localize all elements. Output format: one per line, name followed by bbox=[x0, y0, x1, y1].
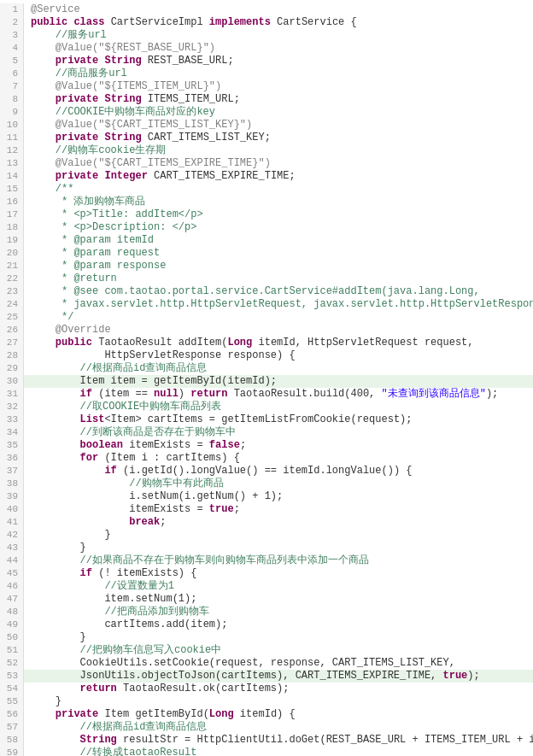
line-content: * @param itemId bbox=[24, 234, 154, 247]
line-number: 41 bbox=[0, 516, 24, 529]
table-row: 19 * @param itemId bbox=[0, 234, 533, 247]
line-content: private String REST_BASE_URL; bbox=[24, 55, 234, 67]
table-row: 20 * @param request bbox=[0, 247, 533, 260]
line-number: 38 bbox=[0, 478, 24, 490]
line-number: 10 bbox=[0, 119, 24, 132]
table-row: 50 } bbox=[0, 631, 533, 644]
line-number: 45 bbox=[0, 567, 24, 580]
line-content: @Value("${CART_ITEMS_EXPIRE_TIME}") bbox=[24, 157, 271, 170]
line-content: @Value("${CART_ITEMS_LIST_KEY}") bbox=[24, 119, 252, 132]
table-row: 3 //服务url bbox=[0, 29, 533, 42]
line-content: public class CartServiceImpl implements … bbox=[24, 16, 357, 29]
line-number: 44 bbox=[0, 554, 24, 567]
line-content: /** bbox=[24, 183, 73, 196]
line-content: for (Item i : cartItems) { bbox=[24, 452, 240, 465]
table-row: 42 } bbox=[0, 529, 533, 542]
table-row: 17 * <p>Title: addItem</p> bbox=[0, 208, 533, 221]
line-number: 59 bbox=[0, 747, 24, 756]
table-row: 14 private Integer CART_ITEMS_EXPIRE_TIM… bbox=[0, 170, 533, 183]
table-row: 53 JsonUtils.objectToJson(cartItems), CA… bbox=[0, 670, 533, 683]
line-content: //把商品添加到购物车 bbox=[24, 606, 209, 618]
line-number: 36 bbox=[0, 452, 24, 465]
line-number: 39 bbox=[0, 490, 24, 503]
line-content: //如果商品不存在于购物车则向购物车商品列表中添加一个商品 bbox=[24, 554, 369, 567]
table-row: 13 @Value("${CART_ITEMS_EXPIRE_TIME}") bbox=[0, 157, 533, 170]
line-content: if (! itemExists) { bbox=[24, 567, 196, 580]
line-number: 11 bbox=[0, 132, 24, 144]
line-number: 56 bbox=[0, 708, 24, 721]
table-row: 40 itemExists = true; bbox=[0, 503, 533, 516]
line-number: 32 bbox=[0, 401, 24, 413]
table-row: 10 @Value("${CART_ITEMS_LIST_KEY}") bbox=[0, 119, 533, 132]
table-row: 30 Item item = getItemById(itemId); bbox=[0, 375, 533, 388]
line-content: String resultStr = HttpClientUtil.doGet(… bbox=[24, 734, 533, 747]
line-content: cartItems.add(item); bbox=[24, 618, 227, 631]
line-number: 4 bbox=[0, 42, 24, 55]
line-content: } bbox=[24, 542, 86, 554]
table-row: 33 List<Item> cartItems = getItemListFro… bbox=[0, 413, 533, 426]
line-number: 42 bbox=[0, 529, 24, 542]
line-content: //商品服务url bbox=[24, 67, 127, 80]
line-number: 49 bbox=[0, 618, 24, 631]
line-content: if (i.getId().longValue() == itemId.long… bbox=[24, 465, 412, 478]
line-number: 47 bbox=[0, 593, 24, 606]
table-row: 43 } bbox=[0, 542, 533, 554]
table-row: 26 @Override bbox=[0, 324, 533, 337]
table-row: 23 * @see com.taotao.portal.service.Cart… bbox=[0, 285, 533, 298]
line-content: List<Item> cartItems = getItemListFromCo… bbox=[24, 413, 412, 426]
line-content: if (item == null) return TaotaoResult.bu… bbox=[24, 388, 498, 401]
table-row: 48 //把商品添加到购物车 bbox=[0, 606, 533, 618]
table-row: 56 private Item getItemById(Long itemId)… bbox=[0, 708, 533, 721]
line-number: 22 bbox=[0, 273, 24, 285]
table-row: 11 private String CART_ITEMS_LIST_KEY; bbox=[0, 132, 533, 144]
table-row: 31 if (item == null) return TaotaoResult… bbox=[0, 388, 533, 401]
line-content: Item item = getItemById(itemId); bbox=[24, 375, 277, 388]
line-content: break; bbox=[24, 516, 166, 529]
line-content: //转换成taotaoResult bbox=[24, 747, 196, 756]
line-content: */ bbox=[24, 311, 73, 324]
table-row: 46 //设置数量为1 bbox=[0, 580, 533, 593]
line-content: * @return bbox=[24, 273, 117, 285]
line-content: JsonUtils.objectToJson(cartItems), CART_… bbox=[24, 670, 480, 683]
table-row: 8 private String ITEMS_ITEM_URL; bbox=[0, 93, 533, 106]
line-number: 8 bbox=[0, 93, 24, 106]
line-content: private String ITEMS_ITEM_URL; bbox=[24, 93, 240, 106]
line-content: item.setNum(1); bbox=[24, 593, 196, 606]
table-row: 29 //根据商品id查询商品信息 bbox=[0, 362, 533, 375]
line-number: 16 bbox=[0, 196, 24, 208]
line-number: 33 bbox=[0, 413, 24, 426]
line-number: 51 bbox=[0, 644, 24, 657]
table-row: 47 item.setNum(1); bbox=[0, 593, 533, 606]
line-content: i.setNum(i.getNum() + 1); bbox=[24, 490, 283, 503]
table-row: 39 i.setNum(i.getNum() + 1); bbox=[0, 490, 533, 503]
line-number: 40 bbox=[0, 503, 24, 516]
table-row: 36 for (Item i : cartItems) { bbox=[0, 452, 533, 465]
line-content: @Value("${ITEMS_ITEM_URL}") bbox=[24, 80, 221, 93]
table-row: 18 * <p>Description: </p> bbox=[0, 221, 533, 234]
table-row: 59 //转换成taotaoResult bbox=[0, 747, 533, 756]
line-content: } bbox=[24, 529, 111, 542]
line-content: * javax.servlet.http.HttpServletRequest,… bbox=[24, 298, 533, 311]
table-row: 54 return TaotaoResult.ok(cartItems); bbox=[0, 683, 533, 695]
line-number: 31 bbox=[0, 388, 24, 401]
table-row: 5 private String REST_BASE_URL; bbox=[0, 55, 533, 67]
line-number: 5 bbox=[0, 55, 24, 67]
line-content: @Service bbox=[24, 3, 80, 16]
table-row: 32 //取COOKIE中购物车商品列表 bbox=[0, 401, 533, 413]
line-content: //根据商品id查询商品信息 bbox=[24, 362, 207, 375]
line-number: 13 bbox=[0, 157, 24, 170]
table-row: 51 //把购物车信息写入cookie中 bbox=[0, 644, 533, 657]
table-row: 9 //COOKIE中购物车商品对应的key bbox=[0, 106, 533, 119]
line-number: 3 bbox=[0, 29, 24, 42]
line-content: @Override bbox=[24, 324, 111, 337]
line-content: //到断该商品是否存在于购物车中 bbox=[24, 426, 236, 439]
table-row: 22 * @return bbox=[0, 273, 533, 285]
line-content: //购物车cookie生存期 bbox=[24, 144, 166, 157]
line-number: 26 bbox=[0, 324, 24, 337]
table-row: 25 */ bbox=[0, 311, 533, 324]
line-number: 50 bbox=[0, 631, 24, 644]
line-content: //购物车中有此商品 bbox=[24, 478, 224, 490]
line-number: 2 bbox=[0, 16, 24, 29]
table-row: 55 } bbox=[0, 695, 533, 708]
line-number: 17 bbox=[0, 208, 24, 221]
